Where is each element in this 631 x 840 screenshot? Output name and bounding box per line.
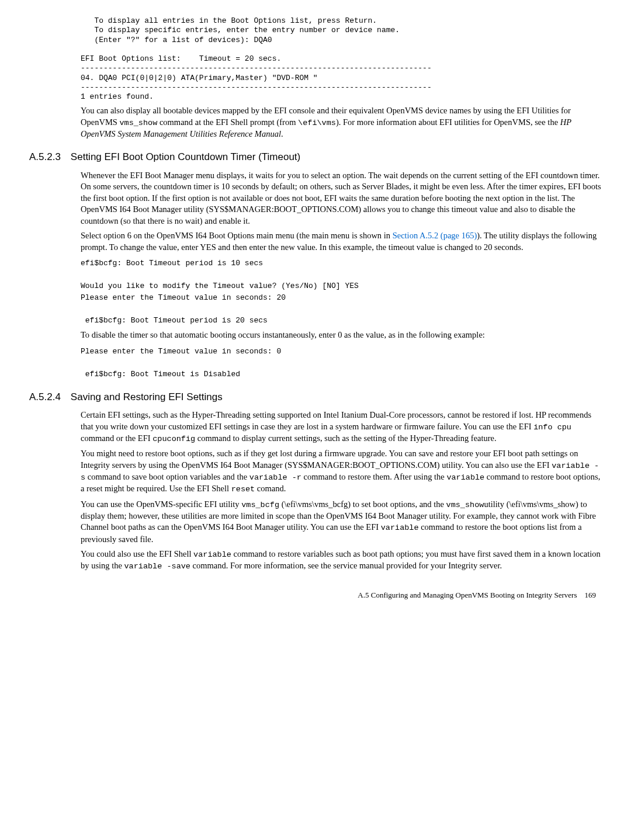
inline-code: \efi\vms [298,119,336,127]
text: You could also use the EFI Shell [81,549,193,558]
section-heading-a524: A.5.2.4 Saving and Restoring EFI Setting… [29,391,602,404]
paragraph-disable-timer: To disable the timer so that automatic b… [81,329,602,341]
inline-code: vms_show [446,501,484,509]
paragraph-option6: Select option 6 on the OpenVMS I64 Boot … [81,230,602,253]
inline-code: vms_show [119,119,157,127]
paragraph-efi-shell-variable: You could also use the EFI Shell variabl… [81,549,602,572]
text: Certain EFI settings, such as the Hyper-… [81,410,591,431]
inline-code: variable -r [249,473,301,482]
inline-code: variable [446,473,484,482]
text: command to display current settings, suc… [195,433,497,443]
code-block-boot-entries: To display all entries in the Boot Optio… [29,16,602,102]
text: command at the EFI Shell prompt (from [157,117,298,127]
text: command to save boot option variables an… [85,472,249,481]
text: You can use the OpenVMS-specific EFI uti… [81,499,241,509]
paragraph-efi-settings: Certain EFI settings, such as the Hyper-… [81,409,602,445]
paragraph-vms-bcfg: You can use the OpenVMS-specific EFI uti… [81,499,602,546]
inline-code: variable [381,523,419,532]
paragraph-countdown-intro: Whenever the EFI Boot Manager menu displ… [81,170,602,227]
text: ). For more information about EFI utilit… [336,117,560,127]
text: command or the EFI [81,433,152,443]
inline-code: variable -save [124,562,190,571]
text: command. For more information, see the s… [190,561,502,570]
section-heading-a523: A.5.2.3 Setting EFI Boot Option Countdow… [29,151,602,164]
section-link[interactable]: Section A.5.2 (page 165) [393,231,477,240]
inline-code: variable [193,550,231,559]
code-block-timeout-modify: efi$bcfg: Boot Timeout period is 10 secs… [29,258,602,326]
inline-code: reset [231,485,255,494]
inline-code: cpuconfig [152,435,195,443]
text: . [281,129,283,138]
code-block-timeout-disable: Please enter the Timeout value in second… [29,346,602,380]
inline-code: info cpu [533,423,571,432]
text: command to restore them. After using the [301,472,446,481]
text: You might need to restore boot options, … [81,449,578,470]
paragraph-restore-boot: You might need to restore boot options, … [81,448,602,495]
page-footer: A.5 Configuring and Managing OpenVMS Boo… [29,590,602,601]
text: comand. [255,484,286,493]
text: (\efi\vms\vms_bcfg) to set boot options,… [279,499,446,509]
text: Select option 6 on the OpenVMS I64 Boot … [81,231,393,240]
paragraph-vms-show: You can also display all bootable device… [81,105,602,140]
inline-code: vms_bcfg [241,501,279,509]
